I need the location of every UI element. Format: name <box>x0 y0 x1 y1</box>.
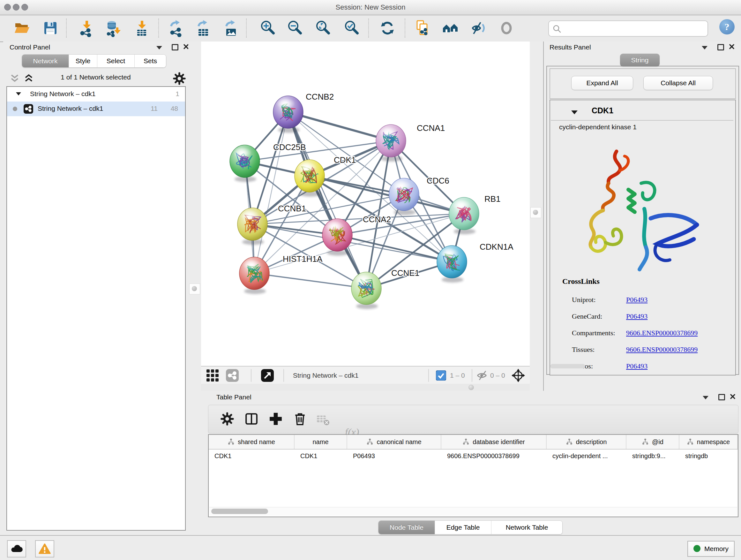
column-header-description[interactable]: description <box>547 435 626 449</box>
crosslink-link[interactable]: P06493 <box>626 362 648 370</box>
show-all-button[interactable] <box>498 19 516 37</box>
network-edge[interactable] <box>254 273 366 288</box>
network-edge[interactable] <box>337 235 452 262</box>
column-header--id[interactable]: @id <box>626 435 679 449</box>
column-header-namespace[interactable]: namespace <box>679 435 738 449</box>
zoom-fit-button[interactable] <box>315 19 333 37</box>
network-node-CCNA1[interactable] <box>376 125 406 162</box>
zoom-selected-button[interactable] <box>343 19 361 37</box>
network-edge[interactable] <box>254 141 391 273</box>
crosslink-link[interactable]: 9606.ENSP00000378699 <box>626 346 697 354</box>
tab-node-table[interactable]: Node Table <box>379 521 435 534</box>
tab-sets[interactable]: Sets <box>135 55 166 67</box>
network-node-CCNE1[interactable] <box>351 272 381 309</box>
network-collection-row[interactable]: String Network – cdk1 1 <box>7 87 185 102</box>
help-button[interactable]: ? <box>719 19 735 35</box>
network-share-icon <box>23 104 33 114</box>
scrollbar-thumb[interactable] <box>211 509 268 514</box>
hide-selected-button[interactable] <box>470 19 488 37</box>
left-splitter-handle[interactable] <box>189 284 200 294</box>
search-input[interactable] <box>563 22 704 35</box>
import-network-file-button[interactable] <box>78 19 96 37</box>
tab-string[interactable]: String <box>620 54 660 66</box>
export-table-button[interactable] <box>195 19 212 37</box>
close-panel-icon[interactable] <box>729 44 735 50</box>
tab-network-table[interactable]: Network Table <box>491 521 562 534</box>
export-network-button[interactable] <box>167 19 185 37</box>
network-node-CCNB1[interactable] <box>238 208 267 245</box>
delete-column-button[interactable] <box>293 412 307 426</box>
import-table-file-button[interactable] <box>133 19 151 37</box>
zoom-in-button[interactable] <box>259 19 277 37</box>
table-row[interactable]: CDK1CDK1P064939606.ENSP00000378699cyclin… <box>209 449 738 462</box>
network-node-HIST1H1A[interactable] <box>239 257 269 294</box>
network-canvas[interactable]: CCNB2CCNA1CDC25BCDK1CDC6RB1CCNB1CCNA2CDK… <box>201 42 530 366</box>
panel-menu-caret-icon[interactable] <box>156 46 162 50</box>
netbar-separator <box>472 369 472 382</box>
expand-caret-icon[interactable] <box>16 92 21 96</box>
column-header-shared-name[interactable]: shared name <box>209 435 294 449</box>
crosslink-link[interactable]: P06493 <box>626 296 648 304</box>
first-neighbors-button[interactable] <box>442 19 460 37</box>
tab-edge-table[interactable]: Edge Table <box>435 521 491 534</box>
table-horizontal-scrollbar[interactable] <box>209 507 737 516</box>
tab-style[interactable]: Style <box>69 55 97 67</box>
export-image-button[interactable] <box>222 19 240 37</box>
column-header-database-identifier[interactable]: database identifier <box>441 435 547 449</box>
open-session-button[interactable] <box>13 19 30 37</box>
crosslink-link[interactable]: P06493 <box>626 312 648 320</box>
float-panel-icon[interactable] <box>718 44 724 51</box>
import-network-database-button[interactable] <box>105 19 123 37</box>
grid-view-button[interactable] <box>206 369 219 382</box>
crosslink-row: Uniprot:P06493 <box>544 296 729 308</box>
network-node-CDC25B[interactable] <box>230 145 260 182</box>
crosslink-row: Tissues:9606.ENSP00000378699 <box>544 346 729 358</box>
close-panel-icon[interactable] <box>730 394 736 399</box>
right-splitter[interactable] <box>530 42 543 391</box>
float-panel-icon[interactable] <box>172 44 179 51</box>
save-session-button[interactable] <box>42 19 59 37</box>
tab-network[interactable]: Network <box>22 55 69 67</box>
panel-menu-caret-icon[interactable] <box>703 396 709 399</box>
network-node-CCNB2[interactable] <box>273 96 303 133</box>
right-splitter-handle[interactable] <box>530 207 541 218</box>
new-network-from-selection-button[interactable] <box>413 19 431 37</box>
zoom-out-button[interactable] <box>286 19 305 37</box>
results-scrollbar-thumb[interactable] <box>550 364 585 368</box>
create-column-button[interactable] <box>269 412 282 426</box>
network-graph[interactable]: CCNB2CCNA1CDC25BCDK1CDC6RB1CCNB1CCNA2CDK… <box>201 42 530 366</box>
left-splitter[interactable] <box>188 42 201 531</box>
show-columns-button[interactable] <box>245 412 258 426</box>
refresh-view-button[interactable] <box>379 19 396 37</box>
panel-menu-caret-icon[interactable] <box>702 46 708 50</box>
horizontal-splitter[interactable] <box>201 384 530 391</box>
network-edge[interactable] <box>254 112 288 273</box>
zoom-in-icon <box>259 19 277 37</box>
edges-layer <box>245 112 464 288</box>
selected-checkbox-icon[interactable] <box>436 370 446 381</box>
section-caret-icon[interactable] <box>571 111 578 114</box>
float-panel-icon[interactable] <box>718 394 725 400</box>
hidden-eye-icon[interactable] <box>476 370 488 381</box>
collapse-all-button[interactable]: Collapse All <box>643 76 713 90</box>
table-settings-button[interactable] <box>220 412 234 426</box>
delete-table-button[interactable] <box>316 413 330 426</box>
gear-icon[interactable] <box>173 72 186 85</box>
network-row[interactable]: String Network – cdk1 11 48 <box>7 102 185 116</box>
protein-description: cyclin-dependent kinase 1 <box>559 123 636 131</box>
warnings-button[interactable] <box>35 540 54 557</box>
network-node-RB1[interactable] <box>449 197 479 234</box>
pan-mode-button[interactable] <box>511 368 525 382</box>
network-overview-button[interactable] <box>226 369 239 382</box>
memory-button[interactable]: Memory <box>687 541 735 557</box>
expand-all-button[interactable]: Expand All <box>571 76 633 90</box>
network-node-CDKN1A[interactable] <box>437 246 467 283</box>
column-header-canonical-name[interactable]: canonical name <box>347 435 441 449</box>
tab-select[interactable]: Select <box>97 55 135 67</box>
cloud-status-button[interactable] <box>7 540 26 557</box>
crosslink-link[interactable]: 9606.ENSP00000378699 <box>626 329 697 337</box>
column-header-name[interactable]: name <box>294 435 347 449</box>
section-title[interactable]: CDK1 <box>592 106 613 115</box>
detach-view-button[interactable] <box>261 369 274 382</box>
results-panel: Results Panel String Expand All Collapse… <box>543 42 741 391</box>
